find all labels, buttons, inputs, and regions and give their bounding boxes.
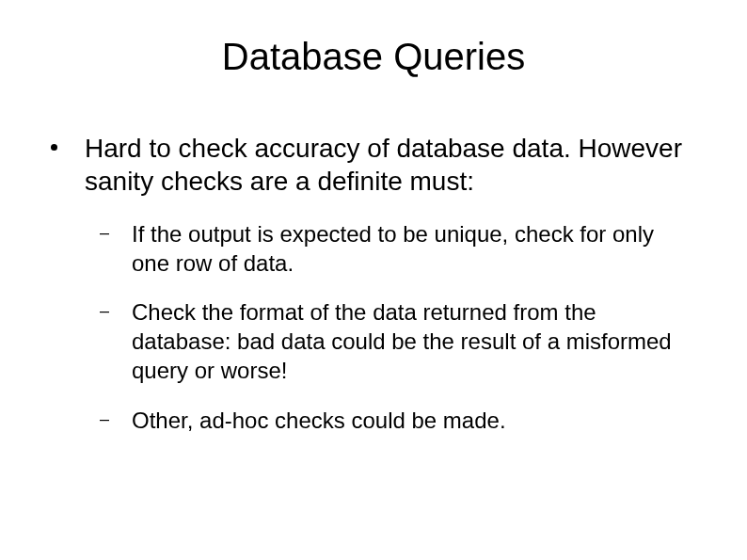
dash-icon: –	[100, 407, 132, 430]
slide: Database Queries Hard to check accuracy …	[0, 0, 747, 560]
list-item-text: Hard to check accuracy of database data.…	[85, 132, 691, 198]
list-item: Hard to check accuracy of database data.…	[51, 132, 691, 198]
list-item: – If the output is expected to be unique…	[100, 220, 691, 278]
sub-bullet-list: – If the output is expected to be unique…	[100, 220, 691, 435]
list-item-text: Other, ad-hoc checks could be made.	[132, 407, 691, 436]
list-item: – Other, ad-hoc checks could be made.	[100, 407, 691, 436]
list-item-text: If the output is expected to be unique, …	[132, 220, 691, 278]
dash-icon: –	[100, 220, 132, 244]
dash-icon: –	[100, 298, 132, 322]
slide-title: Database Queries	[0, 36, 747, 78]
list-item-text: Check the format of the data returned fr…	[132, 298, 691, 385]
bullet-icon	[51, 132, 85, 151]
list-item: – Check the format of the data returned …	[100, 298, 691, 385]
bullet-list: Hard to check accuracy of database data.…	[51, 132, 691, 456]
